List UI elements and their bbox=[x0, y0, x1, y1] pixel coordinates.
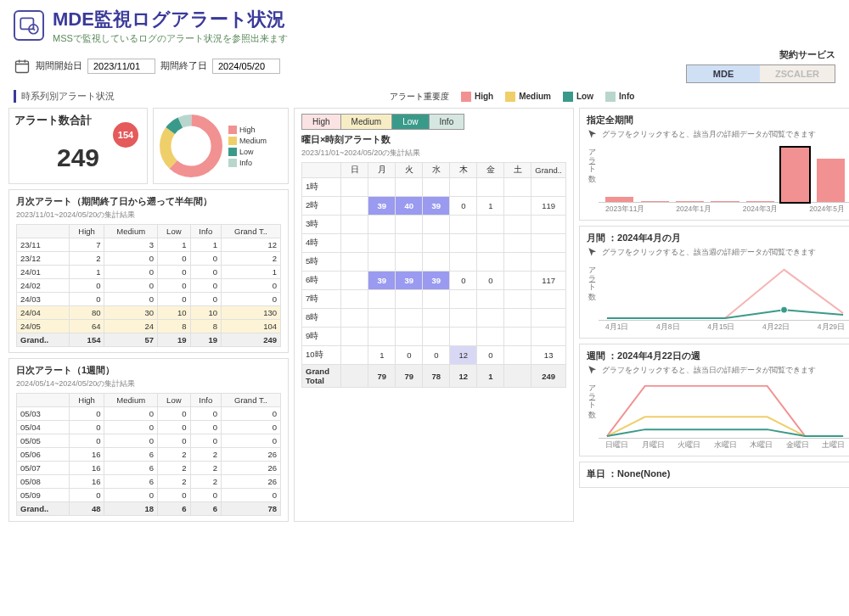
donut-pane: High Medium Low Info bbox=[153, 108, 289, 184]
table-row[interactable]: 05/081662226 bbox=[17, 475, 281, 489]
service-tab-mde[interactable]: MDE bbox=[687, 65, 760, 82]
donut-chart[interactable] bbox=[157, 112, 225, 180]
page-subtitle: MSSで監視しているログのアラート状況を参照出来ます bbox=[53, 32, 288, 45]
total-count: 249 bbox=[14, 143, 142, 172]
table-row[interactable]: Grand..154571919249 bbox=[17, 333, 281, 347]
sev-tab-low[interactable]: Low bbox=[391, 114, 429, 130]
cursor-icon bbox=[587, 128, 599, 140]
legend-label: アラート重要度 bbox=[390, 91, 449, 103]
svg-rect-2 bbox=[16, 61, 29, 72]
severity-legend: アラート重要度 High Medium Low Info bbox=[390, 91, 634, 103]
table-row[interactable]: 05/0400000 bbox=[17, 421, 281, 434]
service-tab-zscaler[interactable]: ZSCALER bbox=[760, 65, 835, 82]
period-pane: 指定全期間 グラフをクリックすると、該当月の詳細データが閲覧できます アラート数… bbox=[579, 108, 849, 221]
period-bar-chart[interactable] bbox=[599, 143, 849, 203]
end-date-label: 期間終了日 bbox=[160, 59, 207, 72]
daily-pane: 日次アラート（1週間） 2024/05/14~2024/05/20の集計結果 H… bbox=[8, 358, 289, 522]
app-icon bbox=[14, 10, 44, 41]
sev-tab-medium[interactable]: Medium bbox=[340, 114, 393, 130]
monthly-table: HighMediumLowInfoGrand T..23/1173111223/… bbox=[16, 224, 281, 347]
month-line-chart[interactable] bbox=[599, 261, 849, 321]
calendar-icon bbox=[14, 58, 31, 75]
week-line-chart[interactable] bbox=[599, 379, 849, 439]
page-title: MDE監視ログアラート状況 bbox=[53, 7, 288, 32]
table-row[interactable]: 23/1220002 bbox=[17, 252, 281, 266]
table-row[interactable]: 23/11731112 bbox=[17, 238, 281, 252]
table-row[interactable]: 05/0500000 bbox=[17, 434, 281, 448]
svg-point-7 bbox=[781, 306, 788, 313]
svg-rect-0 bbox=[20, 18, 33, 29]
service-label: 契約サービス bbox=[686, 48, 835, 61]
table-row[interactable]: 24/0300000 bbox=[17, 293, 281, 306]
start-date-input[interactable] bbox=[87, 59, 155, 74]
sev-tab-high[interactable]: High bbox=[301, 114, 341, 130]
daily-table: HighMediumLowInfoGrand T..05/030000005/0… bbox=[16, 393, 281, 516]
table-row[interactable]: 05/0300000 bbox=[17, 407, 281, 421]
high-badge: 154 bbox=[113, 122, 138, 148]
section-title: 時系列別アラート状況 bbox=[14, 90, 115, 103]
heatmap-table[interactable]: 日月火水木金土Grand..1時2時394039011193時4時5時6時393… bbox=[301, 162, 566, 388]
table-row[interactable]: 24/0110001 bbox=[17, 266, 281, 279]
table-row[interactable]: 05/0900000 bbox=[17, 489, 281, 502]
service-tabs: MDE ZSCALER bbox=[686, 64, 835, 83]
table-row[interactable]: 24/0480301010130 bbox=[17, 306, 281, 320]
table-row[interactable]: 05/061662226 bbox=[17, 448, 281, 462]
table-row[interactable]: 24/0200000 bbox=[17, 279, 281, 293]
table-row[interactable]: 05/071662226 bbox=[17, 462, 281, 475]
end-date-input[interactable] bbox=[212, 59, 280, 74]
sev-tab-info[interactable]: Info bbox=[429, 114, 465, 130]
monthly-pane: 月次アラート（期間終了日から遡って半年間） 2023/11/01~2024/05… bbox=[8, 189, 289, 353]
cursor-icon bbox=[587, 364, 599, 376]
total-count-pane: アラート数合計 154 249 bbox=[8, 108, 148, 184]
cursor-icon bbox=[587, 246, 599, 258]
table-row[interactable]: Grand..48186678 bbox=[17, 502, 281, 516]
month-pane: 月間 ：2024年4月の月 グラフをクリックすると、該当週の詳細データが閲覧でき… bbox=[579, 226, 849, 339]
heatmap-pane: High Medium Low Info 曜日×時刻アラート数 2023/11/… bbox=[294, 108, 574, 522]
week-pane: 週間 ：2024年4月22日の週 グラフをクリックすると、該当日の詳細データが閲… bbox=[579, 344, 849, 456]
start-date-label: 期間開始日 bbox=[36, 59, 82, 72]
table-row[interactable]: 24/05642488104 bbox=[17, 320, 281, 333]
single-pane: 単日 ：None(None) bbox=[579, 462, 849, 488]
